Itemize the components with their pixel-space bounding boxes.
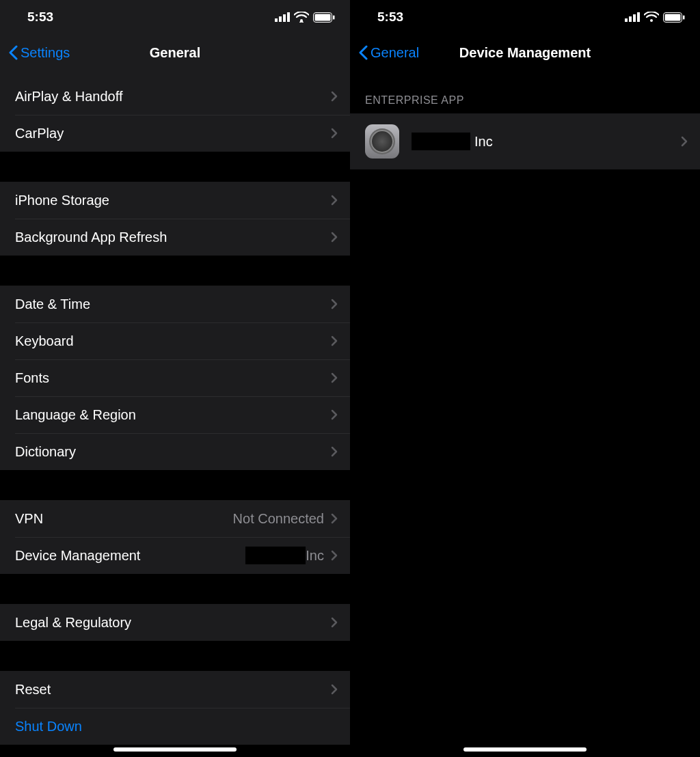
status-bar: 5:53 (350, 0, 700, 34)
row-fonts[interactable]: Fonts (0, 359, 350, 396)
row-keyboard[interactable]: Keyboard (0, 322, 350, 359)
row-dictionary[interactable]: Dictionary (0, 433, 350, 470)
row-label: CarPlay (15, 126, 331, 141)
svg-rect-15 (683, 15, 685, 19)
svg-rect-7 (333, 15, 335, 19)
chevron-right-icon (331, 91, 338, 102)
row-legal-regulatory[interactable]: Legal & Regulatory (0, 604, 350, 641)
svg-rect-8 (625, 18, 628, 22)
chevron-right-icon (331, 513, 338, 524)
row-label: iPhone Storage (15, 193, 331, 208)
row-vpn[interactable]: VPN Not Connected (0, 500, 350, 537)
row-label: Date & Time (15, 297, 331, 312)
row-airplay-handoff[interactable]: AirPlay & Handoff (0, 78, 350, 115)
back-button[interactable]: Settings (8, 45, 70, 61)
redacted-text (245, 547, 306, 564)
nav-bar: Settings General (0, 34, 350, 71)
chevron-right-icon (331, 128, 338, 139)
chevron-right-icon (331, 299, 338, 309)
back-label: General (371, 45, 419, 61)
row-language-region[interactable]: Language & Region (0, 396, 350, 433)
svg-point-4 (300, 19, 303, 22)
row-reset[interactable]: Reset (0, 671, 350, 708)
row-date-time[interactable]: Date & Time (0, 286, 350, 322)
row-shut-down[interactable]: Shut Down (0, 708, 350, 745)
status-right (275, 12, 335, 23)
svg-rect-3 (287, 12, 290, 22)
row-label: Background App Refresh (15, 230, 331, 245)
wifi-icon (644, 12, 659, 23)
row-enterprise-profile[interactable]: Inc (350, 113, 700, 169)
row-label: AirPlay & Handoff (15, 89, 331, 105)
chevron-right-icon (331, 195, 338, 206)
back-label: Settings (21, 45, 70, 61)
chevron-left-icon (358, 45, 368, 60)
row-label: Device Management (15, 548, 245, 564)
svg-rect-6 (315, 14, 331, 20)
settings-list: AirPlay & Handoff CarPlay iPhone Storage… (0, 71, 350, 757)
chevron-right-icon (331, 232, 338, 243)
back-button[interactable]: General (358, 45, 419, 61)
chevron-right-icon (331, 550, 338, 561)
row-label: Reset (15, 682, 331, 698)
row-label: Language & Region (15, 407, 331, 423)
status-time: 5:53 (27, 10, 53, 25)
home-indicator[interactable] (113, 747, 237, 752)
status-right (625, 12, 685, 23)
screen-general: 5:53 Settings General AirPlay & Handoff (0, 0, 350, 757)
row-label: Keyboard (15, 333, 331, 349)
row-label: Shut Down (15, 719, 338, 734)
home-indicator[interactable] (463, 747, 587, 752)
row-background-app-refresh[interactable]: Background App Refresh (0, 219, 350, 256)
cellular-icon (625, 12, 640, 22)
svg-rect-11 (637, 12, 640, 22)
svg-point-12 (650, 19, 653, 22)
screen-device-management: 5:53 General Device Management Enterpris… (350, 0, 700, 757)
row-value: Not Connected (233, 511, 324, 527)
chevron-right-icon (331, 684, 338, 695)
chevron-right-icon (331, 335, 338, 346)
svg-rect-2 (283, 14, 286, 22)
svg-rect-9 (629, 16, 632, 22)
status-time: 5:53 (377, 10, 403, 25)
svg-rect-1 (279, 16, 282, 22)
redacted-text (412, 133, 470, 150)
device-management-content: Enterprise App Inc (350, 71, 700, 757)
row-label: Legal & Regulatory (15, 615, 331, 631)
row-label: Fonts (15, 370, 331, 386)
chevron-right-icon (331, 617, 338, 628)
chevron-right-icon (331, 372, 338, 383)
row-device-management[interactable]: Device Management Inc (0, 537, 350, 574)
row-label: Dictionary (15, 444, 331, 460)
section-header-enterprise-app: Enterprise App (350, 71, 700, 113)
profile-name: Inc (412, 133, 669, 150)
wifi-icon (294, 12, 309, 23)
cellular-icon (275, 12, 290, 22)
svg-rect-10 (633, 14, 636, 22)
status-bar: 5:53 (0, 0, 350, 34)
row-carplay[interactable]: CarPlay (0, 115, 350, 152)
svg-rect-14 (665, 14, 681, 20)
chevron-right-icon (331, 446, 338, 457)
battery-icon (663, 12, 685, 23)
chevron-right-icon (331, 409, 338, 420)
row-iphone-storage[interactable]: iPhone Storage (0, 182, 350, 219)
chevron-left-icon (8, 45, 18, 60)
svg-rect-0 (275, 18, 278, 22)
row-label: VPN (15, 511, 233, 527)
gear-icon (371, 130, 394, 153)
chevron-right-icon (681, 136, 688, 147)
nav-bar: General Device Management (350, 34, 700, 71)
profile-gear-icon (365, 124, 399, 159)
row-value: Inc (245, 547, 324, 564)
battery-icon (313, 12, 335, 23)
